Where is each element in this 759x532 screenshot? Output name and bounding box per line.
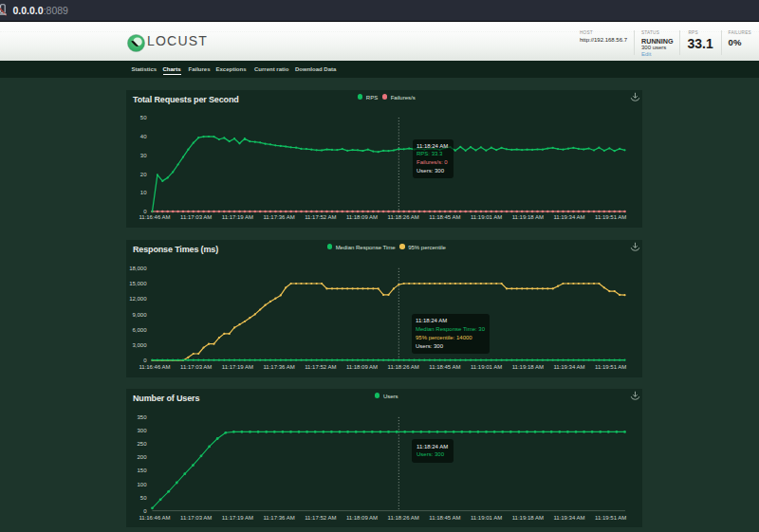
svg-text:11:17:03 AM: 11:17:03 AM [180,515,212,521]
svg-text:11:18:26 AM: 11:18:26 AM [388,364,419,370]
svg-text:11:19:18 AM: 11:19:18 AM [512,364,544,370]
svg-text:9,000: 9,000 [132,312,147,318]
svg-text:11:17:03 AM: 11:17:03 AM [180,364,212,370]
svg-text:11:18:09 AM: 11:18:09 AM [346,364,378,370]
svg-text:11:17:19 AM: 11:17:19 AM [222,515,253,521]
svg-text:11:16:46 AM: 11:16:46 AM [139,515,170,521]
svg-text:11:19:01 AM: 11:19:01 AM [471,214,502,220]
svg-text:11:19:51 AM: 11:19:51 AM [595,515,626,521]
svg-text:11:17:19 AM: 11:17:19 AM [222,364,253,370]
svg-text:18,000: 18,000 [129,266,147,271]
svg-text:11:17:19 AM: 11:17:19 AM [222,214,253,220]
svg-text:3,000: 3,000 [132,342,147,348]
svg-text:11:17:52 AM: 11:17:52 AM [305,515,336,521]
svg-text:11:16:46 AM: 11:16:46 AM [139,364,170,370]
svg-text:150: 150 [137,468,147,473]
svg-text:200: 200 [137,454,147,460]
svg-text:12,000: 12,000 [129,296,147,302]
svg-text:11:18:45 AM: 11:18:45 AM [429,364,460,370]
svg-text:6,000: 6,000 [132,327,147,333]
svg-text:30: 30 [140,153,147,158]
svg-text:0: 0 [143,358,147,363]
svg-text:300: 300 [137,428,147,433]
svg-text:11:17:36 AM: 11:17:36 AM [263,214,294,220]
svg-text:250: 250 [137,441,147,447]
svg-text:11:17:52 AM: 11:17:52 AM [305,364,336,370]
svg-text:40: 40 [140,134,147,139]
svg-text:11:18:45 AM: 11:18:45 AM [429,214,460,220]
svg-text:11:16:46 AM: 11:16:46 AM [139,214,170,220]
svg-text:11:18:09 AM: 11:18:09 AM [346,515,378,521]
svg-text:11:18:26 AM: 11:18:26 AM [388,214,419,220]
svg-text:11:19:51 AM: 11:19:51 AM [595,214,626,220]
svg-text:15,000: 15,000 [129,281,147,286]
svg-text:11:17:36 AM: 11:17:36 AM [263,515,294,521]
svg-text:11:19:34 AM: 11:19:34 AM [553,214,584,220]
svg-text:11:17:36 AM: 11:17:36 AM [263,364,294,370]
svg-text:0: 0 [143,508,147,514]
svg-text:20: 20 [140,172,147,177]
svg-text:11:18:09 AM: 11:18:09 AM [346,214,378,220]
svg-text:11:19:01 AM: 11:19:01 AM [471,515,502,521]
svg-text:11:19:01 AM: 11:19:01 AM [471,364,502,370]
svg-text:350: 350 [137,414,147,420]
svg-text:11:18:45 AM: 11:18:45 AM [429,515,460,521]
svg-text:11:18:26 AM: 11:18:26 AM [388,515,419,521]
svg-text:11:17:52 AM: 11:17:52 AM [305,214,336,220]
svg-text:100: 100 [137,482,147,487]
svg-text:11:19:34 AM: 11:19:34 AM [553,515,584,521]
svg-text:11:19:34 AM: 11:19:34 AM [553,364,584,370]
svg-text:50: 50 [140,115,147,120]
svg-text:11:19:18 AM: 11:19:18 AM [512,515,544,521]
svg-text:11:17:03 AM: 11:17:03 AM [180,214,212,220]
svg-text:10: 10 [140,190,147,195]
svg-text:11:19:51 AM: 11:19:51 AM [595,364,626,370]
svg-text:50: 50 [140,495,147,501]
svg-text:11:19:18 AM: 11:19:18 AM [512,214,544,220]
